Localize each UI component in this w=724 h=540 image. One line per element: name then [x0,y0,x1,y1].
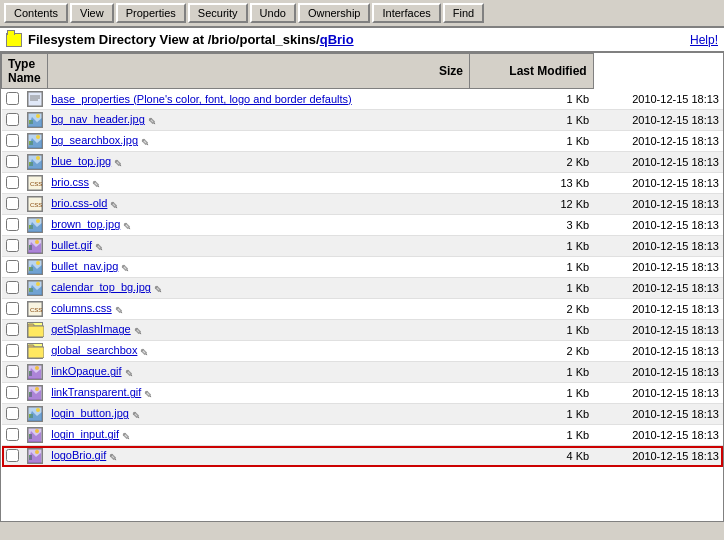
find-button[interactable]: Find [443,3,484,23]
file-name-link[interactable]: linkTransparent.gif [51,386,141,398]
svg-point-11 [36,135,40,139]
table-row[interactable]: base_properties (Plone's color, font, lo… [2,89,724,110]
edit-pencil-icon[interactable] [141,136,153,148]
table-row[interactable]: bullet.gif1 Kb2010-12-15 18:13 [2,236,724,257]
edit-pencil-icon[interactable] [110,199,122,211]
edit-pencil-icon[interactable] [140,346,152,358]
file-size: 4 Kb [469,446,593,467]
properties-button[interactable]: Properties [116,3,186,23]
edit-pencil-icon[interactable] [154,283,166,295]
table-row[interactable]: calendar_top_bg.jpg1 Kb2010-12-15 18:13 [2,278,724,299]
edit-pencil-icon[interactable] [114,157,126,169]
file-name-link[interactable]: logoBrio.gif [51,449,106,461]
file-name-link[interactable]: getSplashImage [51,323,131,335]
help-link[interactable]: Help! [690,33,718,47]
row-checkbox[interactable] [6,197,19,210]
table-row[interactable]: logoBrio.gif4 Kb2010-12-15 18:13 [2,446,724,467]
table-row[interactable]: linkOpaque.gif1 Kb2010-12-15 18:13 [2,362,724,383]
row-checkbox[interactable] [6,239,19,252]
file-name-link[interactable]: bg_nav_header.jpg [51,113,145,125]
file-size: 1 Kb [469,320,593,341]
table-row[interactable]: brown_top.jpg3 Kb2010-12-15 18:13 [2,215,724,236]
table-row[interactable]: linkTransparent.gif1 Kb2010-12-15 18:13 [2,383,724,404]
edit-pencil-icon[interactable] [144,388,156,400]
file-modified: 2010-12-15 18:13 [593,110,723,131]
row-checkbox[interactable] [6,260,19,273]
edit-pencil-icon[interactable] [121,262,133,274]
svg-point-55 [36,408,40,412]
col-header-type-name[interactable]: Type Name [2,54,48,89]
row-checkbox[interactable] [6,344,19,357]
edit-pencil-icon[interactable] [123,220,135,232]
edit-pencil-icon[interactable] [148,115,160,127]
toolbar: Contents View Properties Security Undo O… [0,0,724,28]
file-name-link[interactable]: blue_top.jpg [51,155,111,167]
col-header-modified[interactable]: Last Modified [469,54,593,89]
view-button[interactable]: View [70,3,114,23]
file-type-icon [23,341,47,362]
edit-pencil-icon[interactable] [92,178,104,190]
row-checkbox[interactable] [6,134,19,147]
contents-button[interactable]: Contents [4,3,68,23]
row-checkbox[interactable] [6,113,19,126]
file-size: 13 Kb [469,173,593,194]
file-modified: 2010-12-15 18:13 [593,236,723,257]
file-name-link[interactable]: linkOpaque.gif [51,365,121,377]
file-type-icon: CSS [23,299,47,320]
table-row[interactable]: bg_nav_header.jpg1 Kb2010-12-15 18:13 [2,110,724,131]
table-row[interactable]: CSScolumns.css2 Kb2010-12-15 18:13 [2,299,724,320]
file-name-link[interactable]: calendar_top_bg.jpg [51,281,151,293]
ownership-button[interactable]: Ownership [298,3,371,23]
file-name-link[interactable]: brio.css [51,176,89,188]
table-row[interactable]: blue_top.jpg2 Kb2010-12-15 18:13 [2,152,724,173]
file-name-link[interactable]: global_searchbox [51,344,137,356]
path-label: Filesystem Directory View at [28,32,204,47]
file-name-link[interactable]: login_input.gif [51,428,119,440]
edit-pencil-icon[interactable] [95,241,107,253]
file-name-link[interactable]: base_properties (Plone's color, font, lo… [51,93,352,105]
row-checkbox[interactable] [6,449,19,462]
edit-pencil-icon[interactable] [115,304,127,316]
interfaces-button[interactable]: Interfaces [372,3,440,23]
edit-pencil-icon[interactable] [132,409,144,421]
edit-pencil-icon[interactable] [122,430,134,442]
svg-point-51 [35,387,39,391]
row-checkbox[interactable] [6,176,19,189]
row-checkbox[interactable] [6,155,19,168]
table-row[interactable]: CSSbrio.css-old12 Kb2010-12-15 18:13 [2,194,724,215]
table-row[interactable]: login_button.jpg1 Kb2010-12-15 18:13 [2,404,724,425]
row-checkbox[interactable] [6,386,19,399]
file-size: 1 Kb [469,257,593,278]
row-checkbox[interactable] [6,218,19,231]
svg-point-23 [36,219,40,223]
table-row[interactable]: bullet_nav.jpg1 Kb2010-12-15 18:13 [2,257,724,278]
row-checkbox[interactable] [6,323,19,336]
table-row[interactable]: CSSbrio.css13 Kb2010-12-15 18:13 [2,173,724,194]
row-checkbox[interactable] [6,281,19,294]
file-name-link[interactable]: brown_top.jpg [51,218,120,230]
path-qbrio-link[interactable]: qBrio [320,32,354,47]
row-checkbox[interactable] [6,407,19,420]
edit-pencil-icon[interactable] [125,367,137,379]
row-checkbox[interactable] [6,365,19,378]
file-type-icon [23,131,47,152]
col-header-size[interactable]: Size [47,54,469,89]
table-row[interactable]: getSplashImage1 Kb2010-12-15 18:13 [2,320,724,341]
file-name-link[interactable]: bullet_nav.jpg [51,260,118,272]
row-checkbox[interactable] [6,92,19,105]
table-row[interactable]: login_input.gif1 Kb2010-12-15 18:13 [2,425,724,446]
edit-pencil-icon[interactable] [109,451,121,463]
undo-button[interactable]: Undo [250,3,296,23]
file-size: 1 Kb [469,278,593,299]
edit-pencil-icon[interactable] [134,325,146,337]
security-button[interactable]: Security [188,3,248,23]
file-name-link[interactable]: bg_searchbox.jpg [51,134,138,146]
file-name-link[interactable]: brio.css-old [51,197,107,209]
table-row[interactable]: bg_searchbox.jpg1 Kb2010-12-15 18:13 [2,131,724,152]
file-name-link[interactable]: columns.css [51,302,112,314]
table-row[interactable]: global_searchbox2 Kb2010-12-15 18:13 [2,341,724,362]
file-name-link[interactable]: bullet.gif [51,239,92,251]
row-checkbox[interactable] [6,302,19,315]
row-checkbox[interactable] [6,428,19,441]
file-name-link[interactable]: login_button.jpg [51,407,129,419]
